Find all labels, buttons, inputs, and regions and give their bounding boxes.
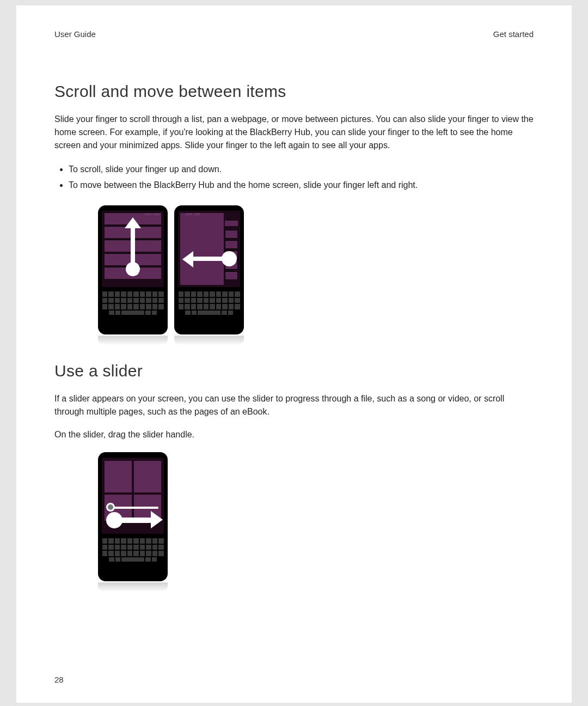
page: User Guide Get started Scroll and move b…	[16, 5, 572, 703]
header-right: Get started	[493, 29, 534, 39]
figure-scroll-pan	[98, 205, 534, 334]
device-illustration-slider	[98, 452, 168, 581]
device-illustration-scroll	[98, 205, 168, 334]
section-title-slider: Use a slider	[54, 362, 534, 380]
figure-slider	[98, 452, 534, 581]
device-keyboard	[102, 538, 164, 562]
bullet-item: To scroll, slide your finger up and down…	[69, 162, 534, 176]
section2-instruction: On the slider, drag the slider handle.	[54, 428, 534, 441]
device-screen	[102, 211, 164, 287]
section1-bullets: To scroll, slide your finger up and down…	[61, 162, 534, 192]
bullet-item: To move between the BlackBerry Hub and t…	[69, 178, 534, 192]
section1-intro: Slide your finger to scroll through a li…	[54, 113, 534, 152]
device-screen	[102, 458, 164, 534]
section-title-scroll: Scroll and move between items	[54, 82, 534, 101]
running-header: User Guide Get started	[54, 29, 534, 39]
slider-track-icon	[107, 507, 158, 509]
device-keyboard	[102, 291, 164, 315]
device-keyboard	[178, 291, 240, 315]
device-screen	[178, 211, 240, 287]
device-illustration-pan	[174, 205, 244, 334]
section2-intro: If a slider appears on your screen, you …	[54, 392, 534, 418]
page-number: 28	[54, 675, 64, 684]
header-left: User Guide	[54, 29, 96, 39]
